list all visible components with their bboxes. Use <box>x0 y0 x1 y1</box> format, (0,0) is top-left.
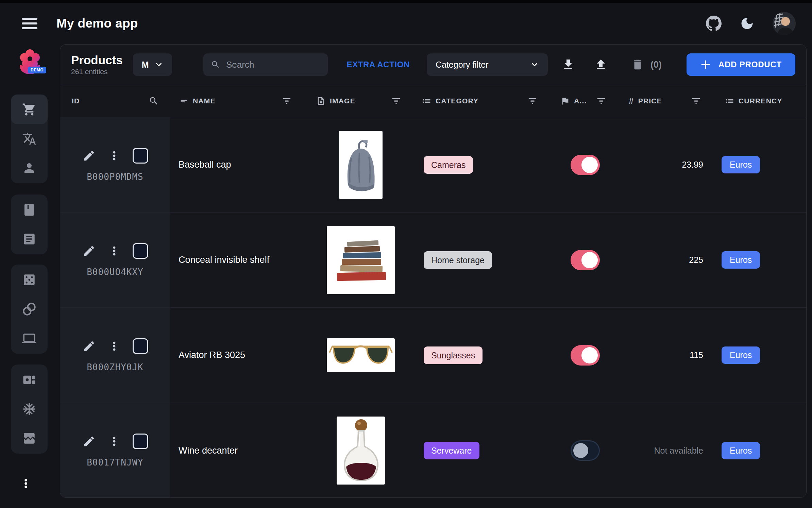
upload-button[interactable] <box>591 55 610 74</box>
currency-badge[interactable]: Euros <box>722 251 760 269</box>
sidebar-item-rings[interactable] <box>11 294 48 324</box>
sidebar-item-media[interactable] <box>11 424 48 453</box>
sidebar-group-commerce <box>11 94 48 183</box>
price-cell: 23.99 <box>619 117 713 212</box>
sidebar-more-icon[interactable] <box>19 473 33 494</box>
more-vert-icon <box>108 340 120 352</box>
currency-cell: Euros <box>713 117 806 212</box>
add-product-button[interactable]: ADD PRODUCT <box>687 53 795 76</box>
image-cell <box>308 213 413 307</box>
dice-icon <box>22 273 36 287</box>
hamburger-menu-icon[interactable] <box>22 18 37 29</box>
dark-mode-moon-icon[interactable] <box>739 16 755 31</box>
filter-icon[interactable] <box>596 96 606 106</box>
add-product-label: ADD PRODUCT <box>718 60 782 69</box>
sidebar-item-customers[interactable] <box>11 153 48 183</box>
header-image[interactable]: IMAGE <box>308 85 413 117</box>
row-menu-button[interactable] <box>107 435 121 448</box>
currency-cell: Euros <box>713 308 806 403</box>
availability-toggle[interactable] <box>571 440 600 461</box>
extra-action-button[interactable]: EXTRA ACTION <box>347 60 410 69</box>
search-input[interactable] <box>226 60 320 70</box>
filter-icon[interactable] <box>282 96 292 106</box>
sidebar-item-articles[interactable] <box>11 224 48 254</box>
list-icon <box>725 96 734 106</box>
sidebar-item-catalog[interactable] <box>11 195 48 224</box>
row-checkbox[interactable] <box>133 434 148 449</box>
row-checkbox[interactable] <box>133 338 148 354</box>
row-menu-button[interactable] <box>107 149 121 163</box>
row-id: B000ZHY0JK <box>87 362 143 372</box>
delete-button[interactable] <box>628 55 647 74</box>
id-cell: B000UO4KXY <box>60 213 170 307</box>
book-icon <box>22 203 36 217</box>
edit-button[interactable] <box>82 149 96 163</box>
list-icon <box>422 96 432 106</box>
row-menu-button[interactable] <box>107 339 121 353</box>
name-cell: Conceal invisible shelf <box>170 213 308 307</box>
availability-toggle[interactable] <box>571 250 600 270</box>
hash-icon: # <box>629 96 634 106</box>
sidebar-item-winter[interactable] <box>11 394 48 424</box>
github-icon[interactable] <box>706 16 722 31</box>
availability-toggle[interactable] <box>571 345 600 366</box>
category-badge[interactable]: Sunglasses <box>424 346 483 364</box>
sidebar-item-games[interactable] <box>11 265 48 294</box>
currency-cell: Euros <box>713 403 806 498</box>
id-cell: B0017TNJWY <box>60 403 170 498</box>
header-currency[interactable]: CURRENCY <box>713 85 806 117</box>
header-category[interactable]: CATEGORY <box>413 85 551 117</box>
category-badge[interactable]: Cameras <box>424 156 473 174</box>
toggle-knob <box>573 443 588 458</box>
row-id: B000UO4KXY <box>87 267 143 277</box>
price-cell: Not available <box>619 403 713 498</box>
plus-icon <box>700 59 711 70</box>
edit-button[interactable] <box>82 435 96 448</box>
price-value: 115 <box>690 350 703 360</box>
sidebar-item-products[interactable] <box>11 95 48 124</box>
row-menu-button[interactable] <box>107 244 121 258</box>
user-avatar[interactable] <box>773 12 796 35</box>
category-cell: Sunglasses <box>413 308 551 403</box>
row-checkbox[interactable] <box>133 148 148 164</box>
header-name[interactable]: NAME <box>170 85 308 117</box>
header-availability[interactable]: A... <box>551 85 619 117</box>
product-image-sunglasses[interactable] <box>327 338 395 372</box>
currency-badge[interactable]: Euros <box>722 156 760 173</box>
edit-button[interactable] <box>82 339 96 353</box>
short-text-icon <box>179 96 189 106</box>
sidebar-item-translations[interactable] <box>11 124 48 153</box>
edit-button[interactable] <box>82 244 96 258</box>
laptop-icon <box>22 331 36 345</box>
header-price[interactable]: # PRICE <box>619 85 713 117</box>
row-checkbox[interactable] <box>133 243 148 259</box>
products-toolbar: Products 261 entities M EXTRA ACTION Cat… <box>60 45 806 85</box>
column-search-icon[interactable] <box>149 96 159 106</box>
filter-icon[interactable] <box>527 96 538 106</box>
scope-dropdown-label: M <box>142 60 149 70</box>
category-badge[interactable]: Serveware <box>424 442 479 459</box>
sidebar-item-devices[interactable] <box>11 324 48 353</box>
product-image-wine-decanter[interactable] <box>337 417 385 485</box>
scope-dropdown[interactable]: M <box>133 53 172 76</box>
app-logo-flower[interactable]: DEMO <box>16 48 44 77</box>
category-badge[interactable]: Home storage <box>424 251 492 269</box>
filter-icon[interactable] <box>391 96 401 106</box>
category-filter-dropdown[interactable]: Category filter <box>427 53 548 76</box>
download-button[interactable] <box>559 55 578 74</box>
availability-toggle[interactable] <box>571 155 600 175</box>
sidebar-item-dataset[interactable] <box>11 365 48 394</box>
currency-badge[interactable]: Euros <box>722 346 760 364</box>
table-header: ID NAME IMAGE CATEGORY A... # PRICE <box>60 85 806 117</box>
availability-cell <box>551 308 619 403</box>
category-cell: Cameras <box>413 117 551 212</box>
product-image-book-stack[interactable] <box>327 226 395 294</box>
article-icon <box>22 232 36 246</box>
currency-badge[interactable]: Euros <box>722 442 760 459</box>
filter-icon[interactable] <box>691 96 701 106</box>
image-cell <box>308 403 413 498</box>
product-image-baseball-cap[interactable] <box>339 131 383 199</box>
header-id[interactable]: ID <box>60 85 170 117</box>
chevron-down-icon <box>154 60 163 69</box>
trash-icon <box>631 58 644 71</box>
